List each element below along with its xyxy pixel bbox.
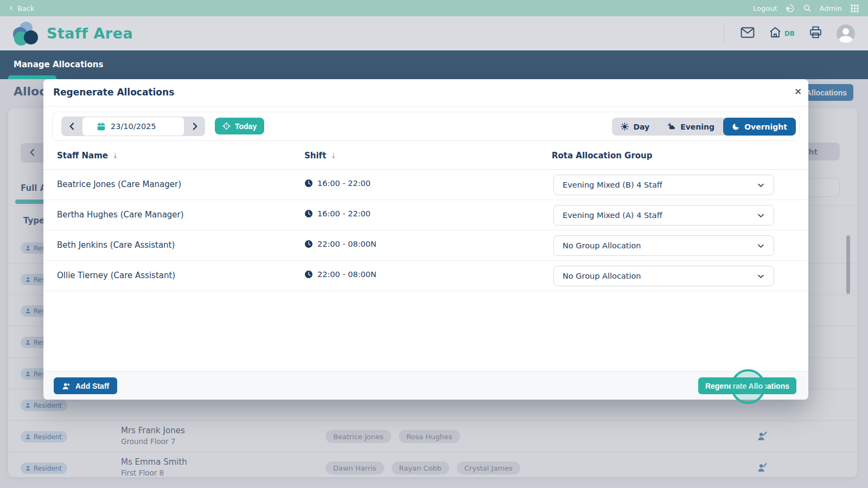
top-utility-bar: Back Logout Admin bbox=[0, 0, 868, 16]
staff-row: Beatrice Jones (Care Manager) 16:00 - 22… bbox=[43, 170, 808, 200]
close-icon[interactable]: ✕ bbox=[791, 85, 805, 99]
person-plus-icon bbox=[62, 382, 71, 390]
sort-desc-icon: ↓ bbox=[112, 152, 118, 160]
modal-title: Regenerate Allocations bbox=[53, 87, 174, 98]
shift-time: 16:00 - 22:00 bbox=[317, 179, 371, 188]
toggle-evening-label: Evening bbox=[680, 123, 714, 131]
chevron-down-icon bbox=[757, 242, 765, 250]
logout-icon[interactable] bbox=[786, 4, 795, 13]
modal-header-separator bbox=[43, 106, 808, 107]
shift-time: 22:00 - 08:00N bbox=[317, 270, 376, 279]
staff-row: Ollie Tierney (Care Assistant) 22:00 - 0… bbox=[43, 261, 808, 291]
staff-name: Ollie Tierney (Care Assistant) bbox=[57, 271, 175, 280]
staff-table-header: Staff Name↓ Shift↓ Rota Allocation Group bbox=[43, 145, 808, 170]
user-avatar[interactable] bbox=[837, 24, 855, 43]
rota-group-select[interactable]: No Group Allocation bbox=[553, 235, 774, 256]
app-header: Staff Area DB bbox=[0, 16, 868, 50]
chevron-down-icon bbox=[757, 272, 765, 280]
sun-icon bbox=[621, 123, 629, 131]
calendar-icon bbox=[97, 122, 106, 131]
column-shift[interactable]: Shift↓ bbox=[304, 151, 336, 160]
rota-group-select[interactable]: No Group Allocation bbox=[553, 266, 774, 286]
app-root: Back Logout Admin Staff Area bbox=[0, 0, 868, 488]
sun-cloud-icon bbox=[667, 123, 676, 131]
apps-grid-icon[interactable] bbox=[850, 4, 859, 13]
db-label: DB bbox=[784, 30, 795, 37]
staff-row: Beth Jenkins (Care Assistant) 22:00 - 08… bbox=[43, 230, 808, 261]
rota-group-select[interactable]: Evening Mixed (A) 4 Staff bbox=[553, 205, 774, 226]
toggle-day[interactable]: Day bbox=[612, 118, 658, 136]
moon-icon bbox=[732, 123, 740, 131]
regenerate-allocations-button[interactable]: Regenerate Allocations bbox=[698, 377, 796, 394]
toggle-overnight[interactable]: Overnight bbox=[723, 118, 796, 136]
clock-icon bbox=[304, 240, 313, 248]
search-icon[interactable] bbox=[803, 4, 812, 12]
back-chevron-icon bbox=[9, 5, 14, 11]
date-field[interactable]: 23/10/2025 bbox=[82, 117, 184, 136]
main-navbar: Manage Allocations bbox=[0, 50, 868, 79]
today-label: Today bbox=[235, 122, 257, 131]
admin-menu[interactable]: Admin bbox=[820, 4, 842, 12]
toggle-evening[interactable]: Evening bbox=[658, 118, 723, 136]
chevron-down-icon bbox=[757, 211, 765, 220]
rota-group-select[interactable]: Evening Mixed (B) 4 Staff bbox=[553, 175, 774, 195]
clock-icon bbox=[304, 209, 313, 218]
header-divider bbox=[724, 23, 724, 44]
date-navigator: 23/10/2025 bbox=[61, 117, 205, 136]
back-link[interactable]: Back bbox=[9, 4, 35, 12]
staff-name: Beatrice Jones (Care Manager) bbox=[57, 179, 181, 189]
clock-icon bbox=[304, 270, 313, 279]
modal-toolbar: 23/10/2025 Today Day Evening bbox=[52, 112, 800, 141]
modal-footer: Add Staff Regenerate Allocations bbox=[43, 371, 808, 400]
mail-icon[interactable] bbox=[741, 27, 755, 41]
regenerate-allocations-modal: Regenerate Allocations ✕ 23/10/2025 Toda… bbox=[43, 79, 808, 400]
shift-time: 22:00 - 08:00N bbox=[317, 240, 376, 248]
today-button[interactable]: Today bbox=[215, 118, 264, 134]
nav-item-manage-allocations[interactable]: Manage Allocations bbox=[14, 60, 103, 69]
shift-toggle-group: Day Evening Overnight bbox=[612, 118, 796, 136]
print-icon[interactable] bbox=[809, 25, 822, 41]
staff-name: Bertha Hughes (Care Manager) bbox=[57, 210, 184, 220]
column-rota-group: Rota Allocation Group bbox=[552, 151, 653, 160]
chevron-right-icon bbox=[190, 121, 199, 131]
active-nav-indicator bbox=[8, 75, 56, 79]
staff-row: Bertha Hughes (Care Manager) 16:00 - 22:… bbox=[43, 200, 808, 230]
add-staff-label: Add Staff bbox=[75, 382, 109, 390]
staff-name: Beth Jenkins (Care Assistant) bbox=[57, 240, 175, 250]
shift-time: 16:00 - 22:00 bbox=[317, 209, 371, 218]
logout-link[interactable]: Logout bbox=[753, 4, 777, 12]
next-day-button[interactable] bbox=[184, 117, 205, 136]
regenerate-label: Regenerate Allocations bbox=[705, 382, 789, 390]
back-label: Back bbox=[17, 4, 35, 12]
column-staff-name[interactable]: Staff Name↓ bbox=[57, 151, 118, 160]
app-logo-icon bbox=[13, 22, 39, 46]
previous-day-button[interactable] bbox=[61, 117, 82, 136]
toggle-day-label: Day bbox=[633, 123, 649, 131]
app-title: Staff Area bbox=[47, 25, 133, 42]
date-value: 23/10/2025 bbox=[111, 122, 156, 131]
clock-icon bbox=[304, 179, 313, 188]
add-staff-button[interactable]: Add Staff bbox=[54, 377, 117, 394]
sort-desc-icon: ↓ bbox=[330, 152, 336, 160]
chevron-left-icon bbox=[68, 121, 76, 131]
target-icon bbox=[222, 122, 231, 130]
toggle-overnight-label: Overnight bbox=[744, 123, 787, 131]
staff-table-body: Beatrice Jones (Care Manager) 16:00 - 22… bbox=[43, 170, 808, 291]
brand: Staff Area bbox=[13, 22, 133, 46]
home-icon[interactable] bbox=[769, 26, 782, 41]
chevron-down-icon bbox=[757, 181, 765, 189]
